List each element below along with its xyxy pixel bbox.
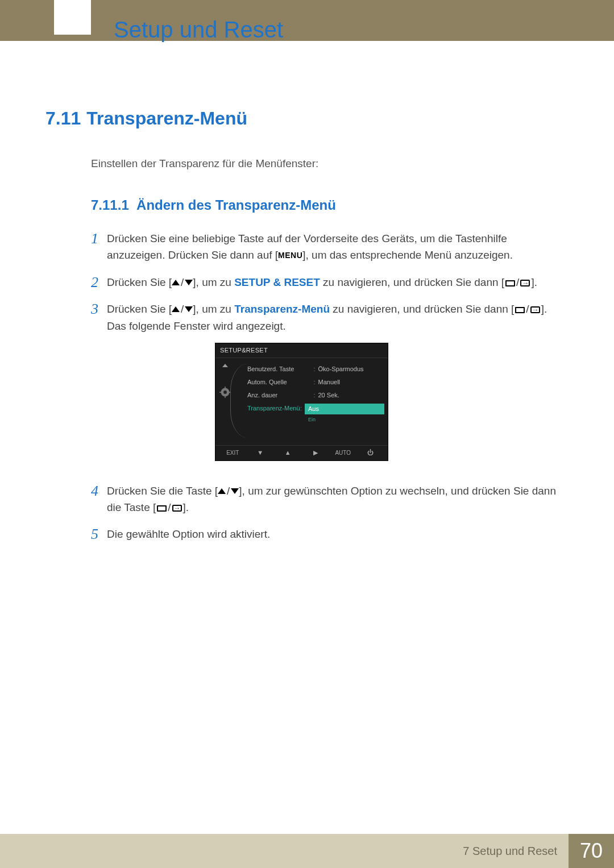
osd-bottom-bar: EXIT ▼ ▲ ▶ AUTO ⏻ bbox=[215, 445, 388, 460]
osd-label: Transparenz-Menü bbox=[247, 404, 300, 424]
colon: : bbox=[300, 404, 305, 424]
svg-rect-3 bbox=[225, 396, 226, 398]
step-body: Die gewählte Option wird aktiviert. bbox=[107, 526, 563, 542]
step-number: 4 bbox=[91, 483, 107, 499]
scroll-up-icon bbox=[222, 364, 228, 367]
triangle-down-icon bbox=[231, 488, 239, 494]
colon: : bbox=[314, 377, 318, 387]
step-2: 2 Drücken Sie [/], um zu SETUP & RESET z… bbox=[91, 274, 563, 290]
header-banner bbox=[0, 0, 614, 41]
enter-icon bbox=[172, 505, 182, 512]
osd-body: Benutzerd. Taste:Öko-Sparmodus Autom. Qu… bbox=[215, 358, 388, 445]
intro-text: Einstellen der Transparenz für die Menüf… bbox=[91, 157, 563, 170]
link-text: SETUP & RESET bbox=[234, 276, 320, 288]
gear-icon bbox=[219, 387, 231, 398]
subsection-heading: 7.11.1 Ändern des Transparenz-Menü bbox=[91, 197, 563, 213]
text: zu navigieren, und drücken Sie dann [ bbox=[330, 303, 514, 315]
text: zu navigieren, und drücken Sie dann [ bbox=[320, 276, 504, 288]
step-body: Drücken Sie die Taste [/], um zur gewüns… bbox=[107, 483, 563, 516]
display-icon bbox=[505, 280, 515, 286]
triangle-up-icon bbox=[218, 488, 226, 494]
decorative-arc bbox=[230, 364, 247, 438]
display-icon bbox=[515, 307, 525, 313]
subsection-title: Ändern des Transparenz-Menü bbox=[136, 197, 336, 213]
text: ], um zu bbox=[193, 276, 234, 288]
step-5: 5 Die gewählte Option wird aktiviert. bbox=[91, 526, 563, 542]
osd-value: Öko-Sparmodus bbox=[318, 364, 385, 374]
step-body: Drücken Sie [/], um zu SETUP & RESET zu … bbox=[107, 274, 563, 290]
step-3: 3 Drücken Sie [/], um zu Transparenz-Men… bbox=[91, 301, 563, 472]
page-content: 7.11Transparenz-Menü Einstellen der Tran… bbox=[45, 108, 563, 553]
osd-label: Benutzerd. Taste bbox=[247, 364, 314, 374]
step-1: 1 Drücken Sie eine beliebige Taste auf d… bbox=[91, 230, 563, 264]
osd-value: 20 Sek. bbox=[318, 391, 385, 400]
osd-title: SETUP&RESET bbox=[215, 343, 388, 358]
step-list: 1 Drücken Sie eine beliebige Taste auf d… bbox=[91, 230, 563, 543]
power-icon: ⏻ bbox=[360, 448, 381, 458]
osd-label: Anz. dauer bbox=[247, 391, 314, 400]
osd-exit-label: EXIT bbox=[222, 448, 243, 458]
osd-screenshot: SETUP&RESET Benutzerd. Taste:Öko-Sparmod… bbox=[215, 343, 388, 460]
osd-row: Benutzerd. Taste:Öko-Sparmodus bbox=[247, 363, 384, 376]
svg-point-1 bbox=[223, 391, 227, 394]
text: Drücken Sie die Taste [ bbox=[107, 485, 218, 497]
colon: : bbox=[314, 391, 318, 400]
subsection-number: 7.11.1 bbox=[91, 197, 129, 213]
osd-label: Autom. Quelle bbox=[247, 377, 314, 387]
colon: : bbox=[314, 364, 318, 374]
text: ]. bbox=[183, 501, 189, 513]
osd-row: Anz. dauer:20 Sek. bbox=[247, 389, 384, 402]
triangle-down-icon bbox=[185, 280, 193, 285]
chapter-title: Setup und Reset bbox=[114, 17, 283, 43]
text: ], um das entsprechende Menü anzuzeigen. bbox=[302, 249, 513, 261]
section-number: 7.11 bbox=[45, 108, 81, 128]
osd-row: Autom. Quelle:Manuell bbox=[247, 376, 384, 389]
nav-right-icon: ▶ bbox=[305, 448, 326, 458]
text: Drücken Sie [ bbox=[107, 276, 172, 288]
osd-menu-items: Benutzerd. Taste:Öko-Sparmodus Autom. Qu… bbox=[234, 360, 388, 426]
step-4: 4 Drücken Sie die Taste [/], um zur gewü… bbox=[91, 483, 563, 516]
section-title: Transparenz-Menü bbox=[86, 108, 247, 128]
step-number: 2 bbox=[91, 274, 107, 290]
triangle-down-icon bbox=[185, 306, 193, 312]
display-icon bbox=[157, 505, 167, 512]
enter-icon bbox=[520, 280, 530, 286]
osd-value: Aus Ein bbox=[305, 404, 384, 424]
step-body: Drücken Sie eine beliebige Taste auf der… bbox=[107, 230, 563, 264]
osd-value: Manuell bbox=[318, 377, 385, 387]
page-number: 70 bbox=[569, 834, 614, 868]
triangle-up-icon bbox=[172, 306, 180, 312]
nav-up-icon: ▲ bbox=[277, 448, 298, 458]
link-text: Transparenz-Menü bbox=[234, 303, 330, 315]
svg-rect-4 bbox=[219, 392, 221, 393]
header-cutout bbox=[54, 0, 91, 35]
nav-down-icon: ▼ bbox=[250, 448, 271, 458]
enter-icon bbox=[530, 306, 540, 313]
text: Drücken Sie [ bbox=[107, 303, 172, 315]
step-number: 5 bbox=[91, 526, 107, 542]
osd-row-active: Transparenz-Menü: Aus Ein bbox=[247, 402, 384, 426]
step-number: 1 bbox=[91, 230, 107, 246]
text: Die gewählte Option wird aktiviert. bbox=[107, 528, 270, 540]
svg-rect-2 bbox=[225, 387, 226, 388]
selected-option: Aus bbox=[305, 404, 384, 414]
page-footer: 7 Setup und Reset 70 bbox=[0, 834, 614, 868]
step-body: Drücken Sie [/], um zu Transparenz-Menü … bbox=[107, 301, 563, 472]
menu-label: MENU bbox=[278, 251, 302, 260]
osd-auto-label: AUTO bbox=[332, 448, 354, 458]
step-number: 3 bbox=[91, 301, 107, 317]
alt-option: Ein bbox=[305, 417, 319, 422]
triangle-up-icon bbox=[172, 280, 180, 285]
text: ]. bbox=[531, 276, 537, 288]
section-heading: 7.11Transparenz-Menü bbox=[45, 108, 563, 129]
footer-crumb: 7 Setup und Reset bbox=[0, 834, 569, 868]
text: ], um zu bbox=[193, 303, 234, 315]
